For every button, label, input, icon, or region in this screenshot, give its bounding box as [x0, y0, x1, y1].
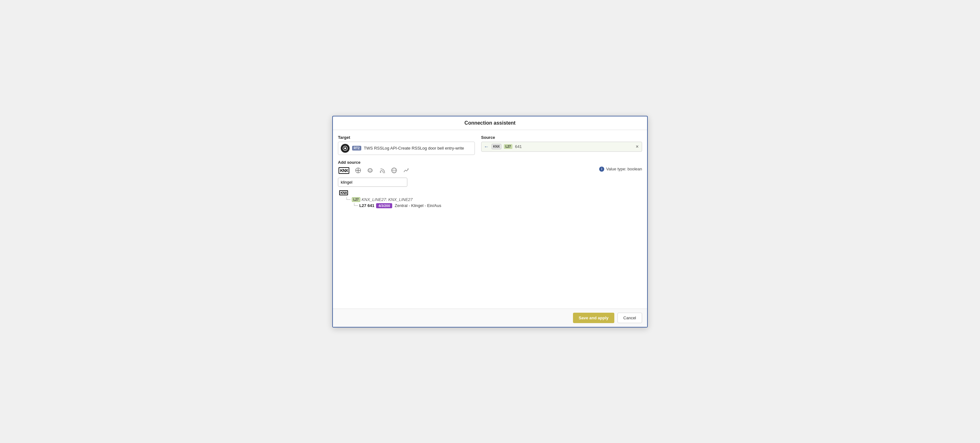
target-source-row: Target RT2 TWS RSSLog API-Create RSSLog …	[338, 135, 642, 155]
dialog-title: Connection assistent	[333, 116, 647, 130]
dialog-footer: Save and apply Cancel	[333, 309, 647, 327]
source-section: Source ← KNX L27 641 ×	[481, 135, 642, 155]
tree-area: KNX └─ L27 KNX_LINE27: KNX_LINE27 └─ L27…	[338, 190, 642, 209]
source-knx-label: KNX	[492, 144, 501, 149]
tree-connector-2: └─	[353, 203, 358, 208]
target-icon	[341, 144, 350, 153]
dialog-body: Target RT2 TWS RSSLog API-Create RSSLog …	[333, 130, 647, 309]
value-type-label: Value type: boolean	[606, 167, 642, 171]
knx-source-button[interactable]: KNX	[338, 167, 350, 174]
add-source-label: Add source	[338, 160, 642, 165]
target-label: Target	[338, 135, 475, 140]
target-section: Target RT2 TWS RSSLog API-Create RSSLog …	[338, 135, 475, 155]
tree-line-name: KNX_LINE27: KNX_LINE27	[361, 197, 413, 202]
svg-point-1	[344, 147, 346, 149]
value-type-info: i Value type: boolean	[599, 167, 642, 172]
group-name: Zentral - Klingel - Ein/Aus	[395, 203, 441, 208]
rss-icon	[379, 167, 385, 174]
connection-assistant-dialog: Connection assistent Target RT2 TWS RSSL…	[332, 116, 648, 328]
content-area	[338, 209, 642, 304]
source-row: ← KNX L27 641 ×	[481, 142, 642, 152]
source-l27-badge: L27	[504, 144, 512, 149]
brain-icon	[367, 167, 373, 174]
rt2-badge: RT2	[352, 146, 361, 150]
cancel-button[interactable]: Cancel	[617, 313, 642, 323]
chart-icon	[403, 167, 409, 174]
tree-item-id: L27 641	[360, 203, 374, 208]
svg-point-6	[380, 171, 381, 172]
source-id: 641	[515, 144, 633, 149]
rss-source-button[interactable]	[378, 167, 386, 174]
tree-knx-logo: KNX	[339, 190, 348, 195]
tree-line-node: └─ L27 KNX_LINE27: KNX_LINE27	[339, 197, 642, 202]
globe-source-button[interactable]	[390, 167, 398, 174]
arrow-icon: ←	[484, 144, 489, 150]
tree-connector-1: └─	[345, 197, 350, 202]
tree-item-number: 641	[368, 203, 374, 208]
plus-icon	[355, 167, 361, 174]
target-row: RT2 TWS RSSLog API-Create RSSLog door be…	[338, 142, 475, 155]
plus-source-button[interactable]	[354, 167, 362, 174]
target-description: TWS RSSLog API-Create RSSLog door bell e…	[364, 146, 464, 150]
info-icon: i	[599, 167, 604, 172]
save-and-apply-button[interactable]: Save and apply	[573, 313, 614, 323]
add-source-section: Add source KNX	[338, 160, 642, 304]
source-close-button[interactable]: ×	[635, 144, 639, 149]
globe-icon	[391, 167, 397, 174]
knx-logo-icon: KNX	[339, 167, 349, 174]
tree-l27-badge: L27	[352, 197, 360, 202]
chart-source-button[interactable]	[402, 167, 410, 174]
source-type-icons: KNX	[338, 167, 410, 174]
search-input[interactable]	[338, 178, 407, 187]
source-label: Source	[481, 135, 642, 140]
group-address-badge: 4/3/200	[376, 203, 392, 208]
tree-item-badge: L27	[360, 203, 366, 208]
brain-source-button[interactable]	[366, 167, 374, 174]
tree-item-row[interactable]: └─ L27 641 4/3/200 Zentral - Klingel - E…	[339, 202, 642, 209]
